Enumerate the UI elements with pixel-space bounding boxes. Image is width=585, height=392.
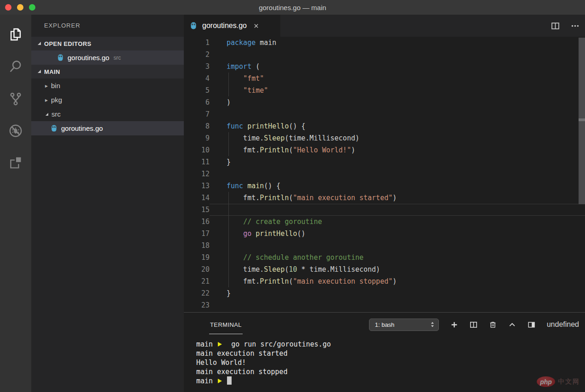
activity-item-extensions[interactable] [0,148,31,180]
tree-item-goroutines.go[interactable]: goroutines.go [31,121,184,135]
zoom-window-button[interactable] [29,4,35,11]
line-content: fmt.Println("main execution started") [210,192,585,204]
line-number: 7 [184,108,210,120]
line-content: "fmt" [210,73,585,84]
minimize-window-button[interactable] [17,4,23,11]
indent-guide [228,192,229,287]
line-number: 22 [184,287,210,299]
line-content [210,204,585,216]
line-content: time.Sleep(time.Millisecond) [210,132,585,144]
tree-item-src[interactable]: src [31,107,184,121]
code-line-21[interactable]: 21 fmt.Println("main execution stopped") [184,275,585,287]
go-file-icon [57,54,64,62]
code-line-9[interactable]: 9 time.Sleep(time.Millisecond) [184,132,585,144]
line-number: 21 [184,275,210,287]
code-line-22[interactable]: 22} [184,287,585,299]
code-line-13[interactable]: 13func main() { [184,180,585,192]
prompt-arrow-icon [218,379,222,383]
sidebar-title: EXPLORER [31,15,184,37]
open-editor-item-goroutines.go[interactable]: goroutines.gosrc [31,50,184,65]
terminal-line: main go run src/goroutines.go [196,340,585,349]
code-line-20[interactable]: 20 time.Sleep(10 * time.Millisecond) [184,263,585,275]
line-content: package main [210,37,585,49]
line-content: } [210,287,585,299]
terminal-line: Hello World! [196,358,585,367]
tab-close-icon[interactable] [253,23,259,29]
code-line-6[interactable]: 6) [184,96,585,108]
activity-bar [0,15,31,392]
source-control-icon [8,91,23,108]
chevron-expanded-icon [38,42,41,45]
activity-item-explorer[interactable] [0,19,31,51]
debug-icon [8,123,23,140]
line-number: 6 [184,96,210,108]
tab-terminal[interactable]: TERMINAL [209,315,243,334]
line-number: 13 [184,180,210,192]
code-line-10[interactable]: 10 fmt.Println("Hello World!") [184,144,585,156]
activity-item-search[interactable] [0,51,31,84]
code-line-15[interactable]: 15 [184,204,585,216]
line-number: 15 [184,204,210,216]
php-logo: php [537,376,555,387]
line-content: ) [210,96,585,108]
open-editors-header[interactable]: OPEN EDITORS [31,37,184,50]
code-line-18[interactable]: 18 [184,240,585,252]
code-line-8[interactable]: 8func printHello() { [184,120,585,132]
tree-item-pkg[interactable]: ▸pkg [31,93,184,107]
line-number: 19 [184,252,210,263]
code-line-5[interactable]: 5 "time" [184,84,585,96]
chevron-collapsed-icon: ▸ [45,97,51,103]
activity-item-source-control[interactable] [0,84,31,116]
line-number: 2 [184,49,210,61]
panel-layout-icon[interactable] [528,321,535,329]
code-line-1[interactable]: 1package main [184,37,585,49]
activity-item-debug[interactable] [0,116,31,148]
code-line-23[interactable]: 23 [184,299,585,311]
line-number: 8 [184,120,210,132]
code-line-7[interactable]: 7 [184,108,585,120]
maximize-panel-icon[interactable] [508,321,516,329]
split-terminal-icon[interactable] [470,321,477,329]
close-window-button[interactable] [5,4,11,11]
terminal-shell-select[interactable]: 1: bash [369,319,439,331]
file-tree: ▸bin▸pkgsrcgoroutines.go [31,78,184,135]
code-line-4[interactable]: 4 "fmt" [184,73,585,84]
code-editor[interactable]: 1package main23import (4 "fmt"5 "time"6)… [184,37,585,312]
traffic-lights [5,4,35,11]
line-number: 9 [184,132,210,144]
code-line-11[interactable]: 11} [184,156,585,168]
terminal-output[interactable]: main go run src/goroutines.gomain execut… [184,336,585,386]
terminal-line: main execution started [196,349,585,358]
line-number: 10 [184,144,210,156]
go-file-icon [50,124,58,132]
line-content [210,168,585,180]
code-line-3[interactable]: 3import ( [184,61,585,73]
line-content: import ( [210,61,585,73]
folder-name: src [51,110,61,118]
split-editor-icon[interactable] [551,22,560,30]
new-terminal-icon[interactable] [450,321,458,329]
code-line-19[interactable]: 19 // schedule another goroutine [184,252,585,263]
tree-item-bin[interactable]: ▸bin [31,78,184,93]
more-actions-icon[interactable] [571,22,579,30]
folder-section-header[interactable]: MAIN [31,65,184,78]
shell-select-value: 1: bash [375,321,395,328]
indent-guide [228,73,229,96]
close-panel-icon[interactable]: undefined [547,320,579,329]
line-number: 3 [184,61,210,73]
code-line-12[interactable]: 12 [184,168,585,180]
folder-name: pkg [51,96,62,104]
code-line-16[interactable]: 16 // create goroutine [184,216,585,228]
search-icon [8,59,23,76]
code-line-2[interactable]: 2 [184,49,585,61]
kill-terminal-icon[interactable] [489,321,497,329]
code-line-17[interactable]: 17 go printHello() [184,228,585,240]
code-line-14[interactable]: 14 fmt.Println("main execution started") [184,192,585,204]
tab-goroutines.go[interactable]: goroutines.go [184,15,280,37]
editor-actions [540,15,585,37]
terminal-line: main execution stopped [196,367,585,376]
line-number: 11 [184,156,210,168]
line-number: 20 [184,263,210,275]
line-content: func main() { [210,180,585,192]
line-number: 12 [184,168,210,180]
